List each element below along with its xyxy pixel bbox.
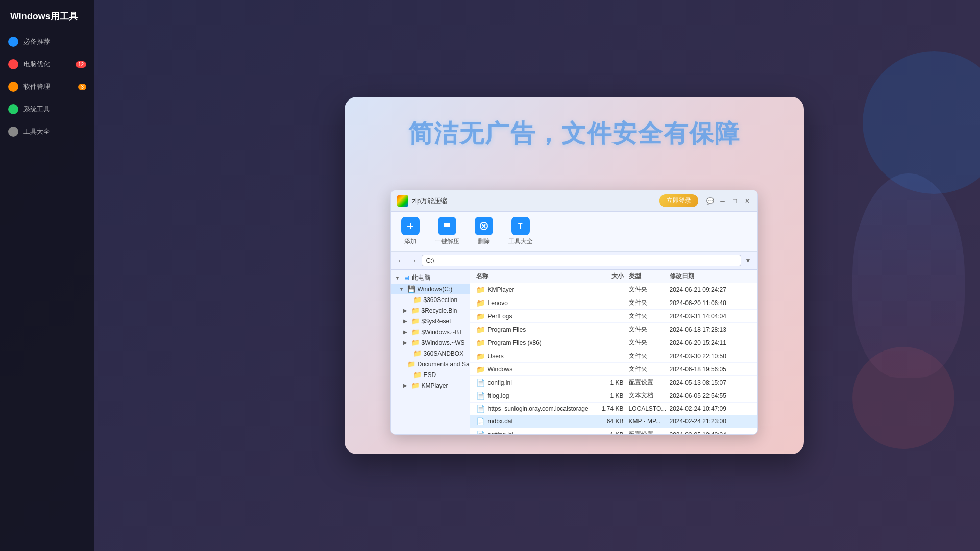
tree-item-sysreset[interactable]: ▶ 📁 $SysReset xyxy=(391,316,470,327)
maximize-button[interactable]: □ xyxy=(731,197,739,205)
folder-icon: 📁 xyxy=(476,339,485,347)
sidebar-item-system[interactable]: 系统工具 xyxy=(0,98,94,120)
file-row[interactable]: 📄 setting.ini 1 KB 配置设置 2024-03-05 10:49… xyxy=(470,428,757,435)
file-row[interactable]: 📄 config.ini 1 KB 配置设置 2024-05-13 08:15:… xyxy=(470,376,757,389)
localstorage-file-icon: 📄 xyxy=(476,405,485,413)
file-date: 2024-06-18 19:56:05 xyxy=(670,366,751,373)
folder-icon: 📁 xyxy=(413,296,422,304)
extract-icon xyxy=(438,217,456,235)
tree-item-windows-bt[interactable]: ▶ 📁 $Windows.~BT xyxy=(391,327,470,337)
add-label: 添加 xyxy=(404,237,416,246)
deco-circle-1 xyxy=(863,51,980,194)
tree-item-kmplayer[interactable]: ▶ 📁 KMPlayer xyxy=(391,380,470,391)
folder-icon: 📁 xyxy=(476,325,485,334)
toolbar-add[interactable]: 添加 xyxy=(401,217,420,246)
file-date: 2024-06-20 11:06:48 xyxy=(670,299,751,307)
delete-icon xyxy=(475,217,493,235)
file-type: 文件夹 xyxy=(629,338,670,347)
file-date: 2024-03-31 14:04:04 xyxy=(670,313,751,320)
file-row[interactable]: 📁 KMPlayer 文件夹 2024-06-21 09:24:27 xyxy=(470,283,757,296)
file-row[interactable]: 📄 ftlog.log 1 KB 文本文档 2024-06-05 22:54:5… xyxy=(470,389,757,403)
folder-icon: 📁 xyxy=(476,312,485,320)
back-button[interactable]: ← xyxy=(397,256,405,265)
folder-icon: 📁 xyxy=(413,371,422,379)
chevron-right-icon: ▶ xyxy=(403,318,409,324)
file-type: 文件夹 xyxy=(629,298,670,307)
file-date: 2024-06-21 09:24:27 xyxy=(670,286,751,293)
main-content: 简洁无广告，文件安全有保障 zip万能压缩 立即登录 💬 ─ □ ✕ xyxy=(94,0,980,551)
file-row[interactable]: 📁 Program Files 文件夹 2024-06-18 17:28:13 xyxy=(470,323,757,336)
content-area: ▼ 🖥 此电脑 ▼ 💾 Windows(C:) 📁 $360Section xyxy=(391,270,757,435)
file-size: 1 KB xyxy=(593,379,629,386)
address-bar: ← → ▼ xyxy=(391,252,757,270)
address-input[interactable] xyxy=(422,255,741,266)
add-icon xyxy=(401,217,420,235)
forward-button[interactable]: → xyxy=(409,256,418,265)
file-name: Users xyxy=(488,353,593,360)
file-date: 2024-06-18 17:28:13 xyxy=(670,326,751,333)
tree-item-pc[interactable]: ▼ 🖥 此电脑 xyxy=(391,272,470,284)
tools-label: 工具大全 xyxy=(508,237,533,246)
app-title: Windows用工具 xyxy=(10,10,78,22)
tree-item-360sandbox[interactable]: 📁 360SANDBOX xyxy=(391,348,470,359)
sidebar-item-recommended[interactable]: 必备推荐 xyxy=(0,31,94,53)
file-row[interactable]: 📄 mdbx.dat 64 KB KMP - MP... 2024-02-24 … xyxy=(470,415,757,428)
file-name: ftlog.log xyxy=(488,392,593,399)
folder-icon: 📁 xyxy=(476,352,485,360)
tree-item-recycle[interactable]: ▶ 📁 $Recycle.Bin xyxy=(391,305,470,316)
tree-item-windows-c[interactable]: ▼ 💾 Windows(C:) xyxy=(391,284,470,294)
tree-item-windows-ws[interactable]: ▶ 📁 $Windows.~WS xyxy=(391,337,470,348)
file-row[interactable]: 📁 Windows 文件夹 2024-06-18 19:56:05 xyxy=(470,363,757,376)
file-manager-window: zip万能压缩 立即登录 💬 ─ □ ✕ 添加 xyxy=(390,190,758,435)
system-icon xyxy=(8,104,18,114)
tree-label-pc: 此电脑 xyxy=(412,273,430,282)
minimize-button[interactable]: ─ xyxy=(719,197,727,205)
chevron-down-icon: ▼ xyxy=(395,275,401,281)
chevron-right-icon: ▶ xyxy=(403,308,409,313)
login-button[interactable]: 立即登录 xyxy=(659,194,698,207)
file-date: 2024-06-05 22:54:55 xyxy=(670,392,751,399)
file-date: 2024-02-24 21:23:00 xyxy=(670,418,751,425)
deco-person xyxy=(852,173,965,378)
comment-button[interactable]: 💬 xyxy=(706,197,715,205)
folder-icon: 📁 xyxy=(411,307,420,314)
file-row[interactable]: 📁 PerfLogs 文件夹 2024-03-31 14:04:04 xyxy=(470,310,757,323)
drive-icon: 💾 xyxy=(407,285,415,293)
chevron-right-icon: ▶ xyxy=(403,340,409,345)
toolbar-delete[interactable]: 删除 xyxy=(475,217,493,246)
file-name: Program Files (x86) xyxy=(488,339,593,346)
file-size: 1 KB xyxy=(593,431,629,435)
sidebar-item-optimize[interactable]: 电脑优化 12 xyxy=(0,53,94,76)
log-file-icon: 📄 xyxy=(476,392,485,400)
modal-headline: 简洁无广告，文件安全有保障 xyxy=(345,97,804,160)
ini-file-icon: 📄 xyxy=(476,431,485,435)
toolbar-tools[interactable]: T 工具大全 xyxy=(508,217,533,246)
file-row[interactable]: 📄 https_sunlogin.oray.com.localstorage 1… xyxy=(470,403,757,415)
file-name: https_sunlogin.oray.com.localstorage xyxy=(488,405,593,412)
chevron-right-icon: ▶ xyxy=(403,383,409,388)
chevron-down-icon: ▼ xyxy=(399,286,405,292)
tools-icon xyxy=(8,127,18,137)
folder-icon: 📁 xyxy=(413,349,422,357)
file-row[interactable]: 📁 Users 文件夹 2024-03-30 22:10:50 xyxy=(470,349,757,363)
toolbar-extract[interactable]: 一键解压 xyxy=(435,217,459,246)
software-badge: 3 xyxy=(78,84,86,90)
file-row[interactable]: 📁 Lenovo 文件夹 2024-06-20 11:06:48 xyxy=(470,296,757,310)
file-name: KMPlayer xyxy=(488,286,593,293)
sidebar-item-software[interactable]: 软件管理 3 xyxy=(0,76,94,98)
tree-label-documents: Documents and Sa xyxy=(418,361,470,368)
titlebar-title: zip万能压缩 xyxy=(412,196,655,206)
tree-item-esd[interactable]: 📁 ESD xyxy=(391,369,470,380)
close-button[interactable]: ✕ xyxy=(743,197,751,205)
dat-file-icon: 📄 xyxy=(476,417,485,425)
file-type: 配置设置 xyxy=(629,430,670,435)
file-size: 1 KB xyxy=(593,392,629,399)
tree-item-360section[interactable]: 📁 $360Section xyxy=(391,294,470,305)
file-date: 2024-05-13 08:15:07 xyxy=(670,379,751,386)
app-logo xyxy=(397,195,408,207)
tree-label-windows-bt: $Windows.~BT xyxy=(422,329,463,336)
file-row[interactable]: 📁 Program Files (x86) 文件夹 2024-06-20 15:… xyxy=(470,336,757,349)
sidebar-item-tools[interactable]: 工具大全 xyxy=(0,120,94,143)
tree-item-documents[interactable]: 📁 Documents and Sa xyxy=(391,359,470,369)
address-dropdown-icon[interactable]: ▼ xyxy=(745,257,751,264)
